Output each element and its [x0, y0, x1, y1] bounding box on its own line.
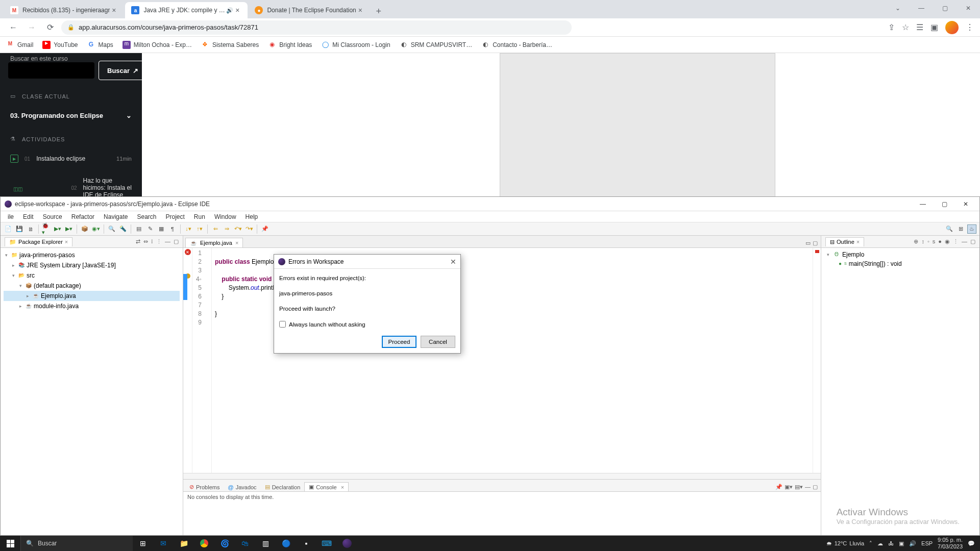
chrome-icon[interactable] [194, 536, 214, 551]
outline-tree[interactable]: ▾ΘEjemplo ●Smain(String[]) : void [821, 248, 979, 270]
search-icon[interactable]: 🔦 [118, 224, 128, 234]
menu-file[interactable]: ile [4, 212, 18, 221]
view-menu-icon[interactable]: ⋮ [953, 238, 959, 245]
taskbar-search[interactable]: 🔍 Buscar [20, 536, 133, 551]
hide-nonpublic-icon[interactable]: ● [938, 238, 942, 245]
new-type-icon[interactable]: ◉▾ [91, 224, 101, 234]
dialog-titlebar[interactable]: Errors in Workspace ✕ [274, 255, 460, 269]
checkbox-input[interactable] [279, 321, 286, 328]
toggle-mark-icon[interactable]: ✎ [145, 224, 155, 234]
error-icon[interactable]: ✕ [185, 249, 191, 255]
tree-file-module[interactable]: ▸☕module-info.java [4, 301, 180, 311]
search-button[interactable]: Buscar↗ [99, 61, 147, 80]
screen-icon[interactable]: ▣ [899, 540, 904, 547]
minimize-icon[interactable]: — [805, 484, 811, 490]
minimize-button[interactable]: — [910, 0, 933, 16]
open-perspective-icon[interactable]: ⊞ [956, 224, 965, 234]
new-tab-button[interactable]: + [372, 4, 386, 18]
prev-annotation-icon[interactable]: ↑▾ [195, 224, 204, 234]
app-icon-2[interactable]: 🔵 [276, 536, 296, 551]
sort-icon[interactable]: ↕ [921, 238, 924, 245]
coverage-icon[interactable]: ▶▾ [64, 224, 74, 234]
hide-local-icon[interactable]: ◉ [945, 238, 950, 245]
menu-project[interactable]: Project [162, 212, 189, 221]
debug-icon[interactable]: 🐞▾ [42, 224, 51, 234]
tree-src[interactable]: ▾📂src [4, 270, 180, 281]
tree-project[interactable]: ▾📁java-primeros-pasos [4, 250, 180, 260]
close-icon[interactable]: × [235, 240, 238, 246]
close-icon[interactable]: ✕ [450, 258, 456, 266]
proceed-button[interactable]: Proceed [382, 336, 416, 348]
menu-navigate[interactable]: Navigate [100, 212, 132, 221]
error-marker[interactable] [815, 250, 819, 253]
menu-help[interactable]: Help [241, 212, 262, 221]
maximize-icon[interactable]: ▢ [813, 240, 818, 246]
audio-icon[interactable]: 🔊 [226, 7, 233, 14]
save-all-icon[interactable]: 🗎 [26, 224, 35, 234]
reading-list-icon[interactable]: ☰ [916, 22, 923, 32]
new-package-icon[interactable]: 📦 [80, 224, 89, 234]
tab-problems[interactable]: ⊘Problems [185, 483, 224, 491]
share-icon[interactable]: ⇪ [888, 22, 895, 32]
minimize-pane-icon[interactable]: — [962, 238, 967, 245]
hide-static-icon[interactable]: s [933, 238, 936, 245]
toggle-block-icon[interactable]: ▦ [157, 224, 166, 234]
tree-file-ejemplo[interactable]: ▸☕Ejemplo.java [4, 291, 180, 301]
close-icon[interactable]: × [65, 239, 68, 245]
next-annotation-icon[interactable]: ↓▾ [184, 224, 193, 234]
tab-console[interactable]: ▣Console× [304, 482, 349, 491]
menu-edit[interactable]: Edit [19, 212, 38, 221]
chevron-down-icon[interactable]: ⌄ [886, 0, 910, 16]
back-button[interactable]: ← [6, 20, 20, 35]
new-icon[interactable]: 📄 [4, 224, 13, 234]
profile-avatar[interactable] [945, 21, 959, 34]
side-panel-icon[interactable]: ▣ [930, 22, 938, 32]
file-explorer-icon[interactable]: 📁 [174, 536, 194, 551]
close-icon[interactable]: × [110, 6, 118, 14]
network-icon[interactable]: 🖧 [888, 540, 894, 546]
close-icon[interactable]: × [856, 239, 860, 245]
close-icon[interactable]: × [233, 6, 241, 14]
pin-console-icon[interactable]: 📌 [775, 484, 782, 490]
close-icon[interactable]: × [356, 6, 364, 14]
bookmark-youtube[interactable]: ▶YouTube [42, 41, 78, 49]
menu-search[interactable]: Search [133, 212, 160, 221]
app-icon-1[interactable]: ▥ [255, 536, 276, 551]
collapse-all-icon[interactable]: ⇄ [136, 238, 140, 245]
display-console-icon[interactable]: ▣▾ [785, 484, 793, 490]
menu-icon[interactable]: ⋮ [966, 22, 974, 32]
focus-icon[interactable]: ⊕ [914, 238, 918, 245]
show-whitespace-icon[interactable]: ¶ [168, 224, 177, 234]
bookmark-gmail[interactable]: MGmail [6, 41, 33, 49]
pin-icon[interactable]: 📌 [260, 224, 270, 234]
notifications-icon[interactable]: 💬 [968, 540, 975, 547]
open-console-icon[interactable]: ▤▾ [795, 484, 803, 490]
current-class-item[interactable]: 03. Programando con Eclipse⌄ [0, 105, 142, 127]
minimize-pane-icon[interactable]: — [165, 238, 170, 245]
clock[interactable]: 9:05 p. m. 7/03/2023 [938, 537, 963, 550]
outline-method[interactable]: ●Smain(String[]) : void [825, 259, 975, 268]
maximize-icon[interactable]: ▢ [813, 484, 818, 490]
outline-tab[interactable]: ⊟ Outline × [825, 237, 864, 246]
run-icon[interactable]: ▶▾ [53, 224, 62, 234]
close-icon[interactable]: × [341, 484, 344, 490]
close-button[interactable]: ✕ [957, 0, 980, 16]
chrome-tab-gmail[interactable]: M Recibidos (8.135) - ingenieraagr × [4, 2, 124, 18]
start-button[interactable] [0, 536, 20, 551]
always-launch-checkbox[interactable]: Always launch without asking [279, 321, 455, 328]
maximize-pane-icon[interactable]: ▢ [970, 238, 975, 245]
save-icon[interactable]: 💾 [15, 224, 24, 234]
volume-icon[interactable]: 🔊 [909, 540, 916, 547]
outline-class[interactable]: ▾ΘEjemplo [825, 250, 975, 259]
mail-icon[interactable]: ✉ [153, 536, 174, 551]
back-icon[interactable]: ⇐ [211, 224, 220, 234]
task-view-icon[interactable]: ⊞ [133, 536, 153, 551]
bookmark-milton[interactable]: mMilton Ochoa - Exp… [122, 41, 192, 49]
chrome-tab-eclipse[interactable]: ● Donate | The Eclipse Foundation × [249, 2, 370, 18]
java-perspective-icon[interactable]: ♨ [967, 224, 976, 234]
hide-fields-icon[interactable]: ◦ [927, 238, 929, 245]
view-menu-icon[interactable]: ⋮ [156, 238, 162, 245]
menu-source[interactable]: Source [39, 212, 66, 221]
address-bar[interactable]: 🔒 app.aluracursos.com/course/java-primer… [61, 20, 572, 35]
package-explorer-tab[interactable]: 📁 Package Explorer × [5, 237, 72, 246]
